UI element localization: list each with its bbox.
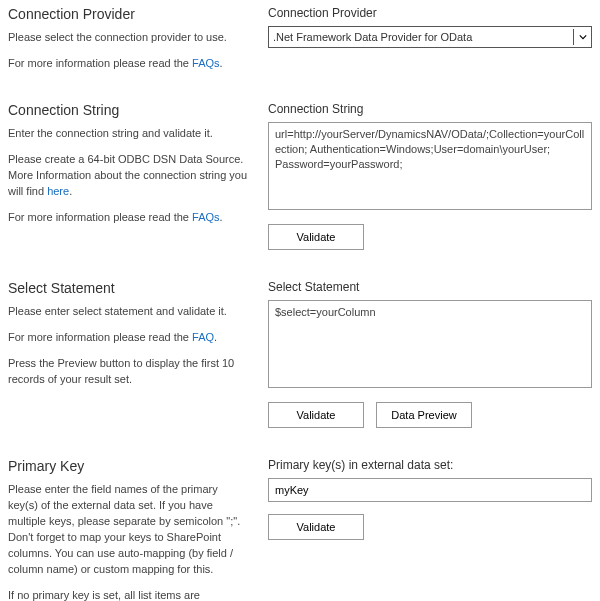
provider-field-panel: Connection Provider .Net Framework Data …	[268, 6, 592, 72]
select-help2-post: .	[214, 331, 217, 343]
select-field-panel: Select Statement Validate Data Preview	[268, 280, 592, 428]
section-primary-key: Primary Key Please enter the field names…	[8, 458, 592, 601]
connstring-help3-pre: For more information please read the	[8, 211, 192, 223]
select-validate-button[interactable]: Validate	[268, 402, 364, 428]
connstring-help-panel: Connection String Enter the connection s…	[8, 102, 268, 250]
provider-select-wrap: .Net Framework Data Provider for OData	[268, 26, 592, 48]
connstring-left-title: Connection String	[8, 102, 248, 118]
select-faq-link[interactable]: FAQ	[192, 331, 214, 343]
connection-string-input[interactable]	[268, 122, 592, 210]
provider-help1: Please select the connection provider to…	[8, 30, 248, 46]
section-connection-string: Connection String Enter the connection s…	[8, 102, 592, 250]
connstring-help2-post: .	[69, 185, 72, 197]
select-help2-pre: For more information please read the	[8, 331, 192, 343]
connstring-help3: For more information please read the FAQ…	[8, 210, 248, 226]
connstring-faqs-link[interactable]: FAQs	[192, 211, 220, 223]
select-field-label: Select Statement	[268, 280, 592, 294]
primary-button-row: Validate	[268, 514, 592, 540]
primary-help-panel: Primary Key Please enter the field names…	[8, 458, 268, 601]
provider-left-title: Connection Provider	[8, 6, 248, 22]
connstring-field-label: Connection String	[268, 102, 592, 116]
select-help1: Please enter select statement and valida…	[8, 304, 248, 320]
provider-help2-post: .	[220, 57, 223, 69]
primary-key-input[interactable]	[268, 478, 592, 502]
primary-help2: If no primary key is set, all list items…	[8, 588, 248, 602]
primary-help1: Please enter the field names of the prim…	[8, 482, 248, 578]
provider-select[interactable]: .Net Framework Data Provider for OData	[268, 26, 592, 48]
select-help2: For more information please read the FAQ…	[8, 330, 248, 346]
provider-faqs-link[interactable]: FAQs	[192, 57, 220, 69]
connstring-validate-button[interactable]: Validate	[268, 224, 364, 250]
provider-field-label: Connection Provider	[268, 6, 592, 20]
provider-help2-pre: For more information please read the	[8, 57, 192, 69]
provider-help2: For more information please read the FAQ…	[8, 56, 248, 72]
primary-field-panel: Primary key(s) in external data set: Val…	[268, 458, 592, 601]
connstring-help1: Enter the connection string and validate…	[8, 126, 248, 142]
primary-left-title: Primary Key	[8, 458, 248, 474]
data-preview-button[interactable]: Data Preview	[376, 402, 472, 428]
provider-help-panel: Connection Provider Please select the co…	[8, 6, 268, 72]
connstring-here-link[interactable]: here	[47, 185, 69, 197]
section-connection-provider: Connection Provider Please select the co…	[8, 6, 592, 72]
provider-select-value: .Net Framework Data Provider for OData	[273, 31, 472, 43]
select-button-row: Validate Data Preview	[268, 402, 592, 428]
connstring-help2: Please create a 64-bit ODBC DSN Data Sou…	[8, 152, 248, 200]
primary-validate-button[interactable]: Validate	[268, 514, 364, 540]
chevron-down-icon	[573, 29, 591, 45]
connstring-button-row: Validate	[268, 224, 592, 250]
connstring-help3-post: .	[220, 211, 223, 223]
select-help-panel: Select Statement Please enter select sta…	[8, 280, 268, 428]
connstring-field-panel: Connection String Validate	[268, 102, 592, 250]
select-statement-input[interactable]	[268, 300, 592, 388]
primary-field-label: Primary key(s) in external data set:	[268, 458, 592, 472]
section-select-statement: Select Statement Please enter select sta…	[8, 280, 592, 428]
connstring-help2-pre: Please create a 64-bit ODBC DSN Data Sou…	[8, 153, 247, 197]
select-left-title: Select Statement	[8, 280, 248, 296]
select-help3: Press the Preview button to display the …	[8, 356, 248, 388]
